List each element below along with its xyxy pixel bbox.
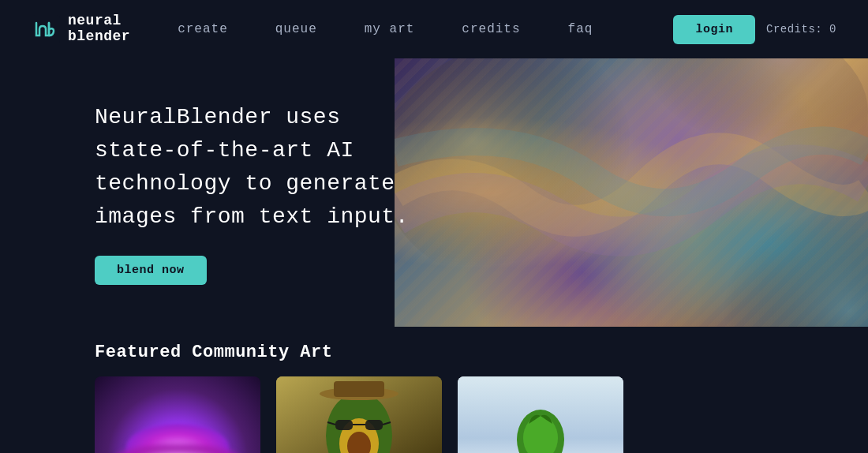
- featured-title: Featured Community Art: [95, 343, 773, 362]
- art-card-1[interactable]: [95, 376, 260, 453]
- logo-text: neural blender: [68, 13, 130, 45]
- featured-section: Featured Community Art: [0, 327, 868, 453]
- avocado-art: [276, 376, 442, 453]
- art-card-3[interactable]: [458, 376, 623, 453]
- svg-rect-9: [365, 420, 383, 430]
- swirl-svg: [395, 58, 868, 327]
- hero-section: NeuralBlender uses state-of-the-art AI t…: [0, 58, 868, 327]
- login-button[interactable]: login: [673, 15, 755, 44]
- nav-queue[interactable]: queue: [275, 22, 317, 36]
- plant-art: [458, 376, 623, 453]
- swirl-background: [395, 58, 868, 327]
- hero-background: [395, 58, 868, 327]
- logo-icon: [32, 15, 60, 43]
- hero-content: NeuralBlender uses state-of-the-art AI t…: [0, 101, 410, 285]
- credits-display: Credits: 0: [766, 23, 836, 36]
- nav-faq[interactable]: faq: [568, 22, 593, 36]
- blend-now-button[interactable]: blend now: [95, 256, 207, 285]
- svg-rect-8: [335, 420, 353, 430]
- logo[interactable]: neural blender: [32, 13, 130, 45]
- svg-rect-14: [334, 381, 384, 397]
- nav-credits[interactable]: credits: [462, 22, 520, 36]
- art-card-2[interactable]: [276, 376, 442, 453]
- nav-my-art[interactable]: my art: [365, 22, 415, 36]
- art-grid: [95, 376, 773, 453]
- header: neural blender create queue my art credi…: [0, 0, 868, 58]
- nav-create[interactable]: create: [178, 22, 228, 36]
- hero-title: NeuralBlender uses state-of-the-art AI t…: [95, 101, 410, 234]
- header-right: login Credits: 0: [673, 15, 836, 44]
- main-nav: create queue my art credits faq: [178, 22, 673, 36]
